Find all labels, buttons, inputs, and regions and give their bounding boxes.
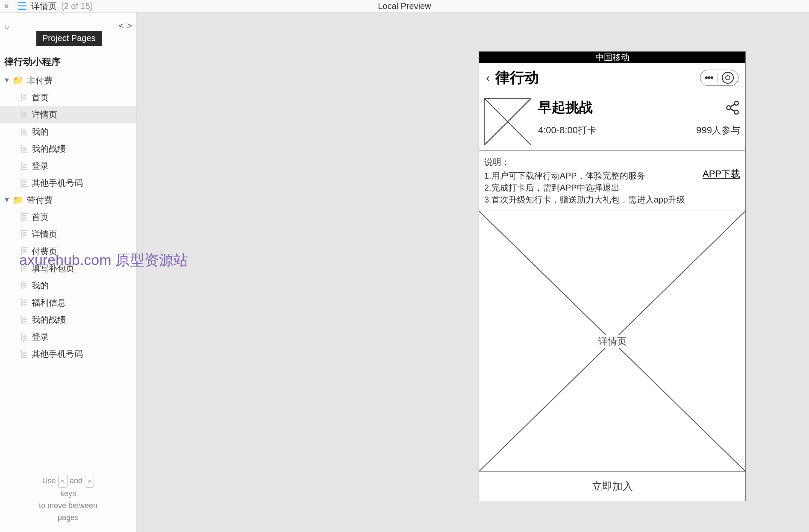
tree-item[interactable]: 详情页 [0,226,136,243]
folder-icon: 📁 [13,195,24,205]
folder-icon: 📁 [13,75,24,85]
svg-point-0 [735,101,738,105]
phone-frame: 中国移动 ‹ 律行动 ••• [479,51,746,501]
page-icon [21,162,28,170]
page-count: (2 of 15) [61,1,93,11]
left-key-icon: < [58,475,68,488]
page-icon [21,316,28,323]
tree-item[interactable]: 福利信息 [0,294,136,311]
page-icon [21,230,28,238]
page-icon [21,111,28,118]
status-bar: 中国移动 [479,52,745,63]
tree-item[interactable]: 登录 [0,328,136,345]
desc-line: 2.完成打卡后，需到APP中选择退出 [484,182,740,194]
tree-item[interactable]: 首页 [0,89,136,106]
close-button[interactable]: × [0,1,13,11]
preview-canvas: 中国移动 ‹ 律行动 ••• [137,13,809,532]
folder-nonpaid[interactable]: ▼ 📁 非付费 [0,72,136,89]
tree-item[interactable]: 其他手机号码 [0,174,136,191]
page-icon [21,179,28,187]
caret-icon: ▼ [3,76,10,84]
tree-item[interactable]: 我的战绩 [0,140,136,157]
miniprogram-controls: ••• [700,70,738,86]
svg-line-3 [730,104,735,107]
app-bar: ‹ 律行动 ••• [479,63,745,93]
more-icon[interactable]: ••• [705,72,713,84]
preview-title: Local Preview [378,1,431,11]
prev-page-button[interactable]: < [119,21,124,31]
svg-point-1 [727,106,731,110]
detail-image-placeholder: 详情页 [479,211,745,472]
project-name: 律行动小程序 [0,51,136,72]
page-title: 详情页 [31,0,57,12]
tree-item[interactable]: 首页 [0,209,136,226]
right-key-icon: > [85,475,94,488]
page-icon [21,282,28,289]
tree-item[interactable]: 详情页 [0,106,136,123]
menu-icon[interactable]: ☰ [17,0,27,13]
page-icon [21,247,28,255]
svg-point-2 [735,110,738,114]
next-page-button[interactable]: > [127,21,132,31]
page-tree: ▼ 📁 非付费 首页 详情页 我的 我的战绩 登录 其他手机号码 ▼ 📁 带付费… [0,72,136,362]
tree-item[interactable]: 填写补包页 [0,260,136,277]
challenge-card: 早起挑战 4:00-8:00打卡 999人参与 [479,93,745,151]
page-icon [21,333,28,341]
desc-label: 说明： [484,156,740,168]
search-icon[interactable]: ⌕ [4,21,9,31]
folder-label: 非付费 [27,75,53,86]
nav-arrows: < > [119,21,132,31]
desc-line: 1.用户可下载律行动APP，体验完整的服务 [484,170,740,182]
participant-count: 999人参与 [696,124,740,137]
description-section: 说明： 1.用户可下载律行动APP，体验完整的服务 2.完成打卡后，需到APP中… [479,151,745,211]
divider [717,73,718,83]
desc-line: 3.首次升级知行卡，赠送助力大礼包，需进入app升级 [484,194,740,206]
image-placeholder [484,98,531,145]
svg-line-4 [730,109,735,111]
join-button[interactable]: 立即加入 [479,472,745,501]
tree-item[interactable]: 我的战绩 [0,311,136,328]
navigation-hint: Use < and > keys to move between pages [0,475,136,523]
page-icon [21,94,28,101]
project-pages-tooltip: Project Pages [36,31,102,46]
page-icon [21,265,28,272]
page-icon [21,128,28,135]
caret-icon: ▼ [3,196,10,204]
tree-item[interactable]: 我的 [0,277,136,294]
page-icon [21,299,28,306]
challenge-time: 4:00-8:00打卡 [538,124,597,137]
app-title: 律行动 [495,68,539,88]
page-icon [21,213,28,221]
app-download-link[interactable]: APP下载 [703,168,740,180]
back-icon[interactable]: ‹ [486,71,490,85]
page-icon [21,350,28,358]
placeholder-label: 详情页 [595,335,630,348]
sidebar: ⌕ < > Project Pages 律行动小程序 ▼ 📁 非付费 首页 详情… [0,13,137,532]
folder-paid[interactable]: ▼ 📁 带付费 [0,191,136,209]
share-icon[interactable] [725,100,740,119]
folder-label: 带付费 [27,194,53,206]
page-icon [21,145,28,153]
close-miniprogram-icon[interactable] [722,72,734,84]
tree-item[interactable]: 我的 [0,123,136,140]
topbar: × ☰ 详情页 (2 of 15) Local Preview [0,0,809,13]
tree-item[interactable]: 其他手机号码 [0,345,136,362]
challenge-title: 早起挑战 [538,98,740,117]
tree-item[interactable]: 付费页 [0,243,136,260]
tree-item[interactable]: 登录 [0,157,136,174]
